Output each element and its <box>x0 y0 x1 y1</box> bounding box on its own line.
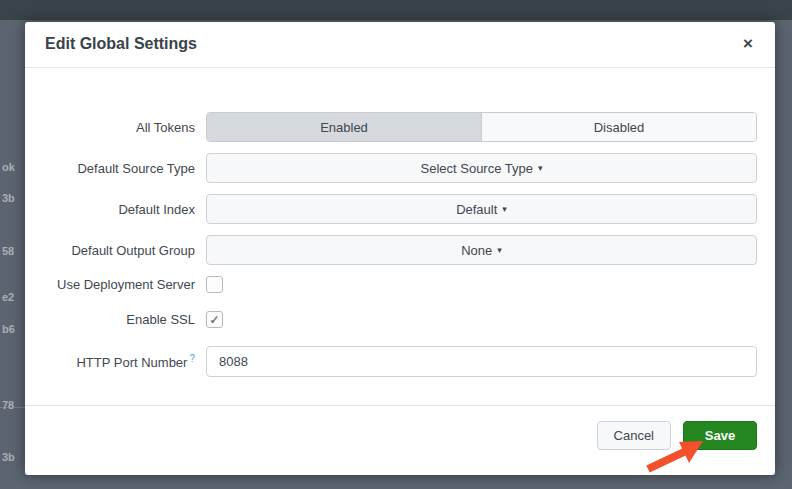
dialog-header: Edit Global Settings × <box>25 22 775 68</box>
http-port-row: HTTP Port Number? <box>25 346 757 377</box>
backdrop-row-divider <box>0 407 25 408</box>
chevron-down-icon: ▾ <box>502 204 507 214</box>
help-tooltip-icon[interactable]: ? <box>189 353 195 364</box>
page-top-bar <box>0 0 792 20</box>
enable-ssl-row: Enable SSL ✓ <box>25 311 757 328</box>
checkmark-icon: ✓ <box>209 314 219 326</box>
default-source-type-label: Default Source Type <box>25 161 206 176</box>
backdrop-text-fragment: 3b <box>2 192 26 204</box>
all-tokens-row: All Tokens Enabled Disabled <box>25 112 757 142</box>
default-index-label: Default Index <box>25 202 206 217</box>
edit-global-settings-dialog: Edit Global Settings × All Tokens Enable… <box>25 22 775 475</box>
backdrop-text-fragment: b6 <box>2 323 26 335</box>
backdrop-text-fragment: e2 <box>2 291 26 303</box>
enable-ssl-label: Enable SSL <box>25 312 206 327</box>
dialog-footer: Cancel Save <box>25 405 775 475</box>
enable-ssl-checkbox[interactable]: ✓ <box>206 311 223 328</box>
default-index-row: Default Index Default ▾ <box>25 194 757 224</box>
default-output-group-label: Default Output Group <box>25 243 206 258</box>
backdrop-text-fragment: ok <box>2 161 26 173</box>
default-index-value: Default <box>456 202 497 217</box>
default-source-type-value: Select Source Type <box>420 161 533 176</box>
all-tokens-label: All Tokens <box>25 120 206 135</box>
all-tokens-disabled-button[interactable]: Disabled <box>481 113 756 141</box>
dialog-title: Edit Global Settings <box>45 35 197 53</box>
chevron-down-icon: ▾ <box>538 163 543 173</box>
backdrop-text-fragment: 58 <box>2 245 26 257</box>
default-index-dropdown[interactable]: Default ▾ <box>206 194 757 224</box>
save-button[interactable]: Save <box>683 421 757 450</box>
default-source-type-row: Default Source Type Select Source Type ▾ <box>25 153 757 183</box>
use-deployment-server-label: Use Deployment Server <box>25 277 206 292</box>
all-tokens-toggle: Enabled Disabled <box>206 112 757 142</box>
http-port-label: HTTP Port Number? <box>25 353 206 370</box>
default-output-group-value: None <box>461 243 492 258</box>
default-output-group-row: Default Output Group None ▾ <box>25 235 757 265</box>
default-output-group-dropdown[interactable]: None ▾ <box>206 235 757 265</box>
http-port-input[interactable] <box>206 346 757 377</box>
backdrop-text-fragment: 78 <box>2 399 26 411</box>
use-deployment-server-checkbox[interactable] <box>206 276 223 293</box>
dialog-body: All Tokens Enabled Disabled Default Sour… <box>25 68 775 377</box>
close-icon[interactable]: × <box>743 33 753 55</box>
backdrop-text-fragment: 3b <box>2 451 26 463</box>
use-deployment-server-row: Use Deployment Server <box>25 276 757 293</box>
chevron-down-icon: ▾ <box>497 245 502 255</box>
default-source-type-dropdown[interactable]: Select Source Type ▾ <box>206 153 757 183</box>
all-tokens-enabled-button[interactable]: Enabled <box>207 113 481 141</box>
cancel-button[interactable]: Cancel <box>597 421 671 450</box>
